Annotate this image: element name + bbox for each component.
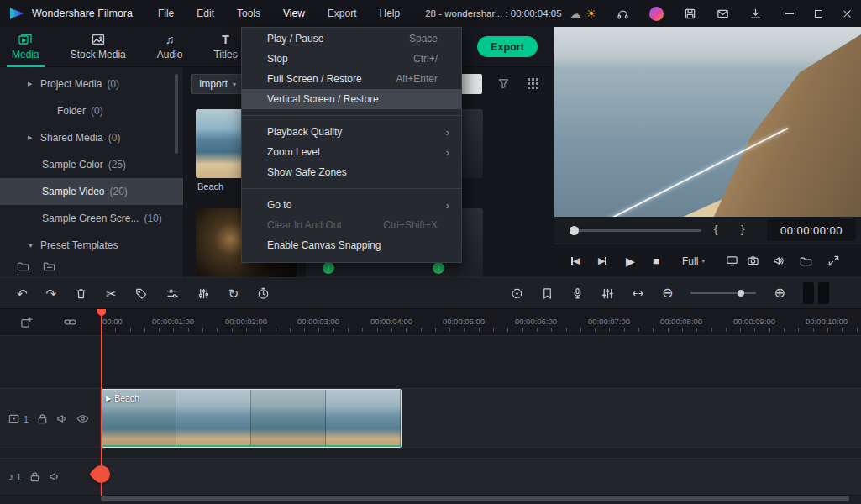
menu-item-show-safe-zones[interactable]: Show Safe Zones [242,162,461,182]
render-preview-icon[interactable] [511,287,523,300]
menu-export[interactable]: Export [328,8,357,19]
save-icon[interactable] [684,8,696,20]
sidebar-item-sample-green-screen[interactable]: Sample Green Scre... (10) [0,205,183,232]
maximize-button[interactable] [804,0,832,27]
support-headset-icon[interactable] [617,8,629,20]
grid-view-icon[interactable] [527,77,539,90]
sidebar-item-sample-color[interactable]: Sample Color (25) [0,151,183,178]
previous-frame-button[interactable]: ◀ [571,256,580,265]
audio-track[interactable]: ♪ 1 [0,458,861,496]
folder-icon[interactable] [800,255,812,267]
zoom-slider-handle[interactable] [738,290,744,297]
menu-help[interactable]: Help [379,8,400,19]
preview-transport-bar: ◀ ▶ ▶ ■ Full ▾ [554,244,861,277]
next-frame-button[interactable]: ▶ [598,256,606,265]
menu-item-play-pause[interactable]: Play / Pause Space [242,29,461,49]
tab-stock-media[interactable]: Stock Media [71,27,126,67]
tab-audio[interactable]: ♫ Audio [157,27,183,67]
timeline-ruler[interactable]: 00:00 00:00:01:00 00:00:02:00 00:00:03:0… [0,309,861,336]
fit-screen-icon[interactable] [726,255,738,267]
seek-handle[interactable] [570,226,579,235]
speed-icon[interactable]: ↻ [228,287,239,300]
download-badge-icon[interactable]: ↓ [323,262,334,274]
filter-icon[interactable] [497,77,510,90]
menu-item-clear-in-and-out[interactable]: Clear In And Out Ctrl+Shift+X [242,215,461,235]
menu-item-playback-quality[interactable]: Playback Quality › [242,122,461,142]
menu-file[interactable]: File [158,8,174,19]
undo-icon[interactable]: ↶ [17,287,28,300]
play-button[interactable]: ▶ [626,255,635,267]
zoom-fit-icon[interactable] [632,287,644,300]
tab-titles[interactable]: T Titles [213,27,237,67]
collapse-arrow-icon[interactable]: ▶ [28,81,32,87]
sidebar-item-project-media[interactable]: ▶ Project Media (0) [0,71,183,97]
link-icon[interactable] [64,316,76,328]
folder-button[interactable] [43,260,55,272]
mark-out-button[interactable]: } [741,223,744,235]
preview-timecode: 00:00:00:00 [767,219,856,241]
timer-icon[interactable] [257,287,270,300]
collapse-arrow-icon[interactable]: ▶ [28,134,32,141]
sidebar-item-sample-video[interactable]: Sample Video (20) [0,178,183,205]
lock-icon[interactable] [36,412,49,425]
import-button[interactable]: Import ▾ [191,74,244,94]
marker-flag-icon[interactable] [541,287,554,300]
cloud-icon[interactable]: ☁ [570,8,581,20]
track-height-toggle[interactable] [803,282,829,304]
menu-item-zoom-level[interactable]: Zoom Level › [242,142,461,162]
adjust-sliders-icon[interactable] [166,287,179,300]
tag-icon[interactable] [135,287,148,300]
menu-view[interactable]: View [283,8,305,19]
eye-visibility-icon[interactable] [76,412,89,425]
menu-item-vertical-screen-restore[interactable]: Vertical Screen / Restore [242,89,461,109]
expand-arrow-icon[interactable]: ▼ [28,243,34,249]
menu-item-enable-canvas-snapping[interactable]: Enable Canvas Snapping [242,235,461,255]
zoom-slider[interactable] [690,292,756,294]
audio-tab-icon: ♫ [165,33,175,46]
mute-speaker-icon[interactable] [56,412,69,425]
menu-item-stop[interactable]: Stop Ctrl+/ [242,49,461,69]
volume-speaker-icon[interactable] [773,255,785,267]
fullscreen-icon[interactable] [827,255,840,267]
seek-slider[interactable] [571,229,701,232]
download-icon[interactable] [749,8,762,20]
stop-button[interactable]: ■ [653,255,659,266]
user-avatar[interactable] [649,7,664,21]
mark-in-button[interactable]: { [714,223,717,235]
redo-icon[interactable]: ↷ [46,287,57,300]
mute-speaker-icon[interactable] [49,470,61,483]
manage-tracks-icon[interactable] [20,316,33,328]
menu-edit[interactable]: Edit [197,8,214,19]
zoom-out-icon[interactable]: ⊖ [662,286,673,300]
lock-icon[interactable] [29,470,41,483]
timeline-clip-beach[interactable]: ▶ Beach [101,389,402,448]
zoom-in-icon[interactable]: ⊕ [774,286,785,300]
sidebar-scrollbar[interactable] [175,74,178,154]
download-badge-icon[interactable]: ↓ [433,262,444,274]
sidebar-item-preset-templates[interactable]: ▼ Preset Templates [0,232,183,259]
sidebar-item-folder[interactable]: Folder (0) [0,97,183,124]
voiceover-mic-icon[interactable] [571,287,584,300]
close-button[interactable] [832,0,861,27]
menu-item-go-to[interactable]: Go to › [242,195,461,215]
timeline-horizontal-scrollbar[interactable] [101,496,849,501]
add-folder-button[interactable] [17,260,29,272]
menu-item-label: Show Safe Zones [267,166,347,178]
timeline-toolbar: ↶ ↷ ✂ ↻ [0,277,861,309]
export-button[interactable]: Export [477,36,538,57]
menu-item-full-screen-restore[interactable]: Full Screen / Restore Alt+Enter [242,69,461,89]
snapshot-camera-icon[interactable] [747,255,759,267]
project-title: 28 - wondershar... : 00:00:04:05 ☁ [425,8,580,20]
quality-dropdown[interactable]: Full ▾ [682,255,705,267]
split-scissors-icon[interactable]: ✂ [106,287,117,300]
tab-media[interactable]: Media [12,27,39,67]
sidebar-item-shared-media[interactable]: ▶ Shared Media (0) [0,124,183,151]
equalizer-icon[interactable] [197,287,210,300]
audio-mixer-icon[interactable] [601,287,614,300]
delete-trash-icon[interactable] [75,287,87,300]
ruler-label: 00:00:04:00 [370,317,412,326]
mail-icon[interactable] [717,8,729,20]
menu-tools[interactable]: Tools [237,8,260,19]
theme-sun-icon[interactable]: ☀ [585,7,596,20]
minimize-button[interactable] [775,0,804,27]
